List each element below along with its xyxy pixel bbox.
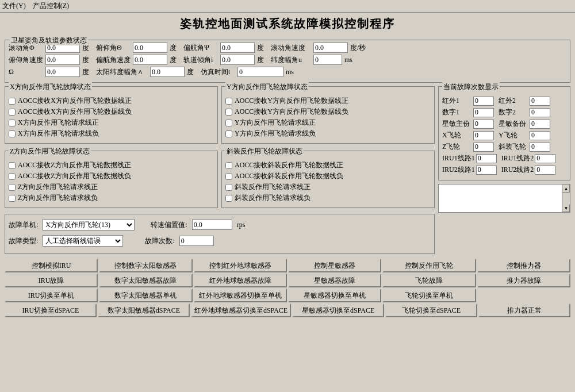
sat-row-1: 滚动角Φ 度 俯仰角Θ 度 偏航角Ψ 度 滚动角速度 度/秒 (9, 43, 566, 53)
skew-fault-item-0[interactable]: AOCC接收斜装反作用飞轮数据线正 (225, 160, 431, 170)
btn-control-star[interactable]: 控制星敏感器 (288, 259, 381, 272)
btn-iru-dspace[interactable]: IRU切换至dSPACE (5, 303, 97, 317)
btn-thruster-normal[interactable]: 推力器正常 (478, 303, 570, 317)
x-fault-check-1[interactable] (9, 109, 16, 116)
fc-input-0-1[interactable] (473, 97, 494, 106)
sat-label-orbit-incl: 轨道倾角i (183, 55, 218, 65)
fc-input-3-2[interactable] (530, 131, 550, 140)
offset-input[interactable] (192, 220, 232, 230)
z-fault-check-0[interactable] (9, 162, 16, 169)
menubar: 文件(Y) 产品控制(Z) (0, 0, 575, 13)
scroll-down-btn[interactable]: ▼ (562, 204, 570, 212)
sat-input-yawspeed[interactable] (133, 55, 167, 65)
btn-flywheel-single[interactable]: 飞轮切换至单机 (382, 289, 476, 302)
skew-fault-check-3[interactable] (225, 195, 232, 202)
btn-iru-fault[interactable]: IRU故障 (5, 274, 98, 287)
y-fault-item-3[interactable]: Y方向反作用飞轮请求线负 (225, 129, 431, 139)
skew-fault-check-0[interactable] (225, 162, 232, 169)
btn-digit-sun-fault[interactable]: 数字太阳敏感器故障 (99, 274, 192, 287)
skew-fault-item-1[interactable]: AOCC接收斜装反作用飞轮数据线负 (225, 171, 431, 181)
y-fault-legend: Y方向反作用飞轮故障状态 (225, 82, 309, 92)
z-fault-check-2[interactable] (9, 184, 16, 191)
btn-flywheel-fault[interactable]: 飞轮故障 (382, 274, 476, 287)
z-fault-legend: Z方向反作用飞轮故障状态 (9, 147, 91, 156)
z-fault-item-2[interactable]: Z方向反作用飞轮请求线正 (9, 182, 214, 192)
y-fault-item-2[interactable]: Y方向反作用飞轮请求线正 (225, 118, 431, 128)
btn-control-thruster[interactable]: 控制推力器 (477, 259, 570, 272)
fc-input-5-1[interactable] (476, 154, 497, 163)
fc-label-0-1: 红外1 (442, 96, 472, 106)
sat-input-pitchspeed[interactable] (45, 55, 80, 65)
fc-row-2: 星敏主份 星敏备份 (442, 119, 566, 129)
btn-thruster-fault[interactable]: 推力器故障 (477, 274, 570, 287)
fc-input-1-2[interactable] (530, 108, 550, 117)
z-fault-check-3[interactable] (9, 195, 16, 202)
x-fault-check-2[interactable] (9, 120, 16, 126)
fc-input-6-1[interactable] (476, 166, 497, 175)
menu-product[interactable]: 产品控制(Z) (33, 1, 69, 11)
fc-input-4-1[interactable] (473, 143, 494, 152)
btn-iru-single[interactable]: IRU切换至单机 (5, 289, 98, 302)
sat-input-lat-arg[interactable] (313, 55, 342, 65)
btn-control-digit-sun[interactable]: 控制数字太阳敏感器 (99, 259, 192, 272)
btn-star-fault[interactable]: 星敏感器故障 (288, 274, 381, 287)
x-fault-item-3[interactable]: X方向反作用飞轮请求线负 (9, 129, 214, 139)
fc-input-2-1[interactable] (473, 120, 494, 129)
btn-flywheel-dspace[interactable]: 飞轮切换至dSPACE (385, 303, 477, 317)
skew-fault-check-1[interactable] (225, 173, 232, 180)
btn-control-flywheel[interactable]: 控制反作用飞轮 (382, 259, 476, 272)
z-fault-item-3[interactable]: Z方向反作用飞轮请求线负 (9, 193, 214, 203)
fc-input-4-2[interactable] (530, 143, 550, 152)
scrollbar[interactable]: ▲ ▼ (562, 185, 570, 212)
sat-label-pitch: 俯仰角Θ (96, 43, 131, 53)
btn-digit-sun-dspace[interactable]: 数字太阳敏感器dSPACE (98, 303, 190, 317)
fc-input-6-2[interactable] (535, 166, 555, 175)
x-fault-check-0[interactable] (9, 98, 16, 105)
btn-star-single[interactable]: 星敏感器切换至单机 (288, 289, 381, 302)
btn-control-iru[interactable]: 控制模拟IRU (5, 259, 98, 272)
z-fault-item-0[interactable]: AOCC接收Z方向反作用飞轮数据线正 (9, 160, 214, 170)
skew-fault-check-2[interactable] (225, 184, 232, 191)
y-fault-check-1[interactable] (225, 109, 232, 116)
y-fault-check-0[interactable] (225, 98, 232, 105)
btn-ir-earth-single[interactable]: 红外地球敏感器切换至单机 (194, 289, 287, 302)
x-fault-item-2[interactable]: X方向反作用飞轮请求线正 (9, 118, 214, 128)
scroll-up-btn[interactable]: ▲ (562, 185, 570, 193)
y-fault-check-3[interactable] (225, 130, 232, 137)
z-fault-item-1[interactable]: AOCC接收Z方向反作用飞轮数据线负 (9, 171, 214, 181)
y-fault-check-2[interactable] (225, 120, 232, 126)
sat-input-rollspeed[interactable] (313, 43, 348, 53)
sat-input-yaw[interactable] (220, 43, 255, 53)
x-fault-item-1[interactable]: AOCC接收X方向反作用飞轮数据线负 (9, 107, 214, 117)
menu-file[interactable]: 文件(Y) (2, 1, 26, 11)
skew-fault-item-3[interactable]: 斜装反作用飞轮请求线负 (225, 193, 431, 203)
fault-count-input[interactable] (179, 236, 214, 246)
sat-input-orbit-incl[interactable] (220, 55, 255, 65)
fc-input-1-1[interactable] (473, 108, 494, 117)
btn-star-dspace[interactable]: 星敏感器切换至dSPACE (292, 303, 384, 317)
btn-digit-sun-single[interactable]: 数字太阳敏感器单机 (99, 289, 192, 302)
sat-input-omega[interactable] (45, 67, 80, 77)
fc-input-2-2[interactable] (530, 120, 550, 129)
sat-input-pitch[interactable] (133, 43, 167, 53)
sat-unit-sim-time: ms (286, 68, 297, 76)
fc-label-3-1: X飞轮 (442, 130, 472, 140)
fc-input-0-2[interactable] (530, 97, 550, 106)
sat-input-sim-time[interactable] (237, 67, 283, 77)
y-fault-item-1[interactable]: AOCC接收Y方向反作用飞轮数据线负 (225, 107, 431, 117)
y-fault-item-0[interactable]: AOCC接收Y方向反作用飞轮数据线正 (225, 96, 431, 106)
x-fault-item-0[interactable]: AOCC接收X方向反作用飞轮数据线正 (9, 96, 214, 106)
fault-count-label: 故障次数: (145, 236, 174, 246)
fc-input-5-2[interactable] (535, 154, 555, 163)
btn-ir-earth-dspace[interactable]: 红外地球敏感器切换至dSPACE (191, 303, 291, 317)
skew-fault-item-2[interactable]: 斜装反作用飞轮请求线正 (225, 182, 431, 192)
fault-type-select[interactable]: 人工选择断线错误其他类型1其他类型2 (43, 235, 123, 247)
z-fault-check-1[interactable] (9, 173, 16, 180)
x-fault-check-3[interactable] (9, 130, 16, 137)
btn-control-ir-earth[interactable]: 控制红外地球敏感器 (194, 259, 287, 272)
fc-label-1-2: 数字2 (499, 107, 528, 117)
btn-ir-earth-fault[interactable]: 红外地球敏感器故障 (194, 274, 287, 287)
sat-input-sun-lat[interactable] (150, 67, 185, 77)
fault-unit-select[interactable]: X方向反作用飞轮(13)Y方向反作用飞轮Z方向反作用飞轮斜装反作用飞轮 (43, 219, 135, 230)
fc-input-3-1[interactable] (473, 131, 494, 140)
